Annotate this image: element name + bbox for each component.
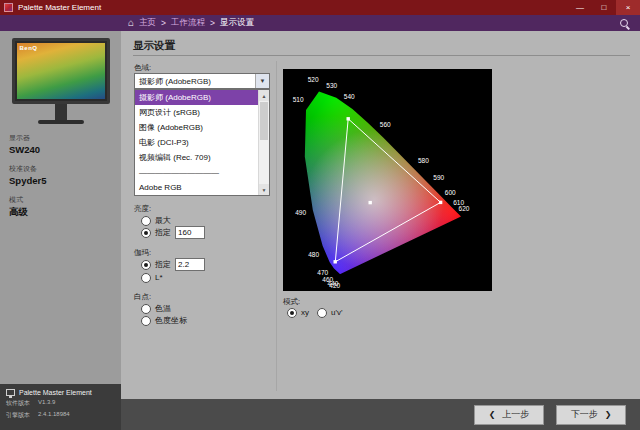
breadcrumb: ⌂ 主页 > 工作流程 > 显示设置 bbox=[128, 17, 254, 29]
wavelength-label: 620 bbox=[459, 205, 470, 212]
titlebar: Palette Master Element — □ × bbox=[0, 0, 640, 15]
mode-value: 高级 bbox=[9, 206, 121, 219]
page-title: 显示设置 bbox=[133, 39, 175, 53]
gamut-combobox[interactable]: 摄影师 (AdobeRGB) ▼ bbox=[134, 73, 270, 89]
monitor-screen: BenQ bbox=[12, 38, 110, 104]
option-label: u'v' bbox=[331, 308, 343, 317]
chevron-right-icon: ❯ bbox=[605, 410, 612, 419]
header-bar: ⌂ 主页 > 工作流程 > 显示设置 bbox=[0, 15, 640, 31]
dropdown-item[interactable]: 摄影师 (AdobeRGB) bbox=[135, 90, 258, 105]
gamma-value-input[interactable] bbox=[175, 258, 205, 271]
radio-icon[interactable] bbox=[141, 216, 151, 226]
scrollbar-thumb[interactable] bbox=[260, 102, 268, 140]
diagram-mode-xy-option[interactable]: xy bbox=[287, 307, 309, 318]
wavelength-label: 610 bbox=[453, 199, 464, 206]
white-point-coordinate-option[interactable]: 色度坐标 bbox=[141, 315, 187, 326]
option-label: 色温 bbox=[155, 303, 171, 314]
software-version-label: 软件版本 bbox=[6, 399, 30, 408]
maximize-icon[interactable]: □ bbox=[592, 0, 616, 15]
footer-app-name: Palette Master Element bbox=[19, 389, 92, 396]
previous-step-button[interactable]: ❮ 上一步 bbox=[474, 405, 544, 425]
dropdown-item[interactable]: 视频编辑 (Rec. 709) bbox=[135, 150, 258, 165]
search-icon[interactable] bbox=[620, 19, 628, 27]
white-point-temperature-option[interactable]: 色温 bbox=[141, 303, 171, 314]
software-version-value: V1.3.9 bbox=[38, 399, 55, 408]
gamma-label: 伽玛: bbox=[134, 248, 151, 258]
chevron-down-icon[interactable]: ▼ bbox=[255, 74, 269, 88]
radio-icon[interactable] bbox=[141, 273, 151, 283]
wavelength-label: 560 bbox=[380, 121, 391, 128]
monitor-stand bbox=[55, 104, 67, 120]
diagram-mode-label: 模式: bbox=[283, 297, 300, 307]
monitor-image: BenQ bbox=[12, 38, 110, 124]
radio-icon[interactable] bbox=[141, 316, 151, 326]
wavelength-label: 510 bbox=[293, 96, 304, 103]
radio-icon[interactable] bbox=[141, 228, 151, 238]
sidebar: BenQ 显示器 SW240 校准设备 Spyder5 模式 高级 Palett… bbox=[0, 31, 121, 430]
monitor-icon bbox=[6, 389, 15, 396]
breadcrumb-current: 显示设置 bbox=[220, 17, 254, 29]
monitor-screen-image: BenQ bbox=[17, 43, 105, 99]
luminance-label: 亮度: bbox=[134, 204, 151, 214]
wavelength-label: 580 bbox=[418, 157, 429, 164]
dropdown-item[interactable]: Adobe RGB bbox=[135, 180, 258, 195]
breadcrumb-separator: > bbox=[161, 18, 166, 28]
wavelength-label: 420 bbox=[329, 282, 340, 289]
dropdown-item[interactable]: 图像 (AdobeRGB) bbox=[135, 120, 258, 135]
window-title: Palette Master Element bbox=[18, 3, 101, 12]
option-label: L* bbox=[155, 273, 163, 282]
sidebar-footer: Palette Master Element 软件版本 V1.3.9 引擎版本 … bbox=[0, 384, 121, 430]
sidebar-info: 显示器 SW240 校准设备 Spyder5 模式 高级 bbox=[0, 133, 121, 219]
gamut-selected-value: 摄影师 (AdobeRGB) bbox=[139, 76, 211, 87]
wavelength-label: 480 bbox=[308, 251, 319, 258]
close-icon[interactable]: × bbox=[616, 0, 640, 15]
wavelength-label: 490 bbox=[295, 209, 306, 216]
wavelength-label: 540 bbox=[344, 93, 355, 100]
option-label: xy bbox=[301, 308, 309, 317]
gamma-custom-option[interactable]: 指定 bbox=[141, 259, 205, 270]
dropdown-scrollbar[interactable]: ▲ ▼ bbox=[258, 90, 269, 195]
luminance-custom-option[interactable]: 指定 bbox=[141, 227, 205, 238]
app-window: Palette Master Element — □ × ⌂ 主页 > 工作流程… bbox=[0, 0, 640, 430]
display-label: 显示器 bbox=[9, 133, 121, 143]
option-label: 指定 bbox=[155, 259, 171, 270]
minimize-icon[interactable]: — bbox=[568, 0, 592, 15]
engine-version-value: 2.4.1.18984 bbox=[38, 411, 70, 420]
window-controls: — □ × bbox=[568, 0, 640, 15]
next-step-button[interactable]: 下一步 ❯ bbox=[556, 405, 626, 425]
radio-icon[interactable] bbox=[317, 308, 327, 318]
wavelength-label: 460 bbox=[322, 276, 333, 283]
luminance-value-input[interactable] bbox=[175, 226, 205, 239]
radio-icon[interactable] bbox=[141, 304, 151, 314]
diagram-mode-uv-option[interactable]: u'v' bbox=[317, 307, 343, 318]
option-label: 色度坐标 bbox=[155, 315, 187, 326]
breadcrumb-workflow[interactable]: 工作流程 bbox=[171, 17, 205, 29]
next-step-label: 下一步 bbox=[571, 408, 598, 421]
previous-step-label: 上一步 bbox=[502, 408, 529, 421]
scroll-up-icon[interactable]: ▲ bbox=[259, 90, 269, 101]
white-point-label: 白点: bbox=[134, 292, 151, 302]
option-label: 最大 bbox=[155, 215, 171, 226]
gamma-lstar-option[interactable]: L* bbox=[141, 272, 163, 283]
luminance-max-option[interactable]: 最大 bbox=[141, 215, 171, 226]
radio-icon[interactable] bbox=[141, 260, 151, 270]
home-icon[interactable]: ⌂ bbox=[128, 18, 134, 28]
app-icon bbox=[4, 3, 13, 12]
scroll-down-icon[interactable]: ▼ bbox=[259, 184, 269, 195]
mode-label: 模式 bbox=[9, 195, 121, 205]
wavelength-label: 520 bbox=[308, 76, 319, 83]
chevron-left-icon: ❮ bbox=[489, 410, 496, 419]
dropdown-separator: —————————— bbox=[135, 165, 258, 180]
wavelength-label: 590 bbox=[433, 174, 444, 181]
calibrator-label: 校准设备 bbox=[9, 164, 121, 174]
title-divider bbox=[133, 55, 630, 56]
radio-icon[interactable] bbox=[287, 308, 297, 318]
calibrator-model: Spyder5 bbox=[9, 175, 121, 186]
dropdown-item[interactable]: 电影 (DCI-P3) bbox=[135, 135, 258, 150]
breadcrumb-home[interactable]: 主页 bbox=[139, 17, 156, 29]
vertical-divider bbox=[276, 61, 277, 391]
monitor-base bbox=[38, 120, 84, 124]
dropdown-item[interactable]: 网页设计 (sRGB) bbox=[135, 105, 258, 120]
chromaticity-horseshoe bbox=[283, 69, 492, 291]
engine-version-label: 引擎版本 bbox=[6, 411, 30, 420]
